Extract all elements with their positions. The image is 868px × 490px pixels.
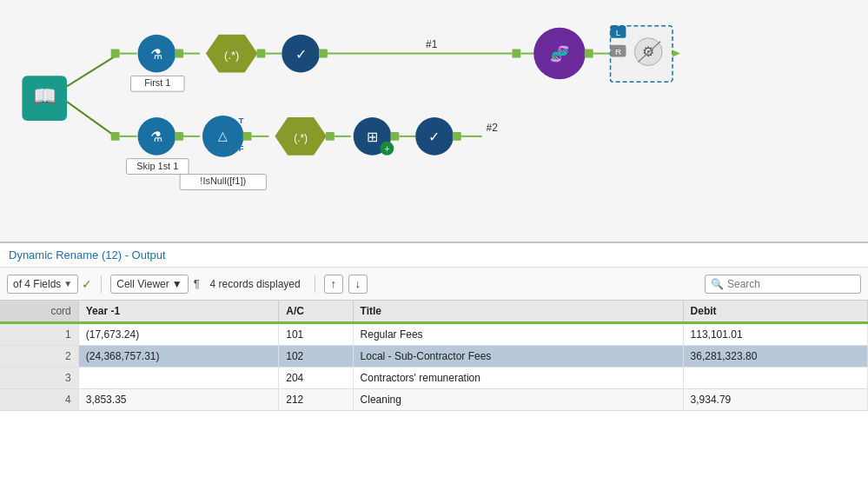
table-row[interactable]: 1(17,673.24)101Regular Fees113,101.01 (0, 323, 868, 346)
data-table: cord Year -1 A/C Title Debit 1(17,673.24… (0, 301, 868, 490)
fields-button[interactable]: of 4 Fields ▼ (7, 275, 78, 294)
col-header-title: Title (353, 301, 683, 323)
separator-1 (101, 275, 102, 293)
svg-text:+: + (384, 143, 389, 154)
scroll-up-button[interactable]: ↑ (324, 275, 343, 294)
svg-text:#1: #1 (426, 38, 438, 50)
search-input[interactable] (727, 278, 849, 290)
svg-line-1 (67, 56, 116, 87)
svg-text:#2: #2 (487, 122, 499, 134)
svg-rect-49 (390, 132, 399, 141)
cell-viewer-label: Cell Viewer (116, 278, 169, 290)
svg-text:⚗: ⚗ (150, 129, 162, 144)
cell-year: (24,368,757.31) (78, 346, 278, 368)
svg-rect-15 (512, 50, 520, 58)
cell-title: Contractors' remuneration (353, 368, 683, 389)
cell-year: (17,673.24) (78, 323, 278, 346)
cell-ac: 101 (279, 323, 353, 346)
paragraph-icon: ¶ (194, 277, 200, 290)
svg-line-28 (67, 102, 116, 136)
table-header-row: cord Year -1 A/C Title Debit (0, 301, 868, 323)
cell-year: 3,853.35 (78, 389, 278, 411)
search-box: 🔍 (705, 275, 861, 294)
records-info: 4 records displayed (205, 278, 306, 290)
svg-text:(.*): (.*) (294, 132, 308, 144)
results-table: cord Year -1 A/C Title Debit 1(17,673.24… (0, 301, 868, 411)
col-header-debit: Debit (683, 301, 867, 323)
cell-ac: 212 (279, 389, 353, 411)
fields-label: of 4 Fields (13, 278, 61, 290)
svg-text:🧬: 🧬 (550, 44, 570, 63)
fields-group: of 4 Fields ▼ ✓ (7, 275, 92, 294)
svg-rect-18 (585, 50, 593, 58)
svg-marker-27 (673, 50, 680, 57)
svg-rect-41 (243, 132, 252, 141)
cell-viewer-chevron-icon: ▼ (172, 278, 182, 290)
scroll-down-button[interactable]: ↓ (348, 275, 368, 294)
svg-text:✓: ✓ (428, 129, 440, 144)
cell-viewer-button[interactable]: Cell Viewer ▼ (110, 275, 188, 294)
svg-rect-12 (319, 50, 328, 58)
search-icon: 🔍 (711, 278, 724, 290)
svg-text:(.*): (.*) (224, 49, 239, 62)
cell-record: 4 (0, 389, 78, 411)
output-label: Dynamic Rename (12) - Output (0, 243, 868, 268)
cell-viewer-group: Cell Viewer ▼ (110, 275, 188, 294)
svg-rect-44 (326, 132, 335, 141)
cell-record: 1 (0, 323, 78, 346)
bottom-panel: Dynamic Rename (12) - Output of 4 Fields… (0, 243, 868, 490)
svg-rect-2 (111, 50, 120, 58)
cell-debit: 113,101.01 (683, 323, 867, 346)
separator-2 (315, 275, 315, 293)
svg-text:L: L (616, 28, 621, 37)
cell-ac: 102 (279, 346, 353, 368)
table-row[interactable]: 43,853.35212Cleaning3,934.79 (0, 389, 868, 411)
svg-rect-9 (256, 50, 265, 58)
cell-record: 2 (0, 346, 78, 368)
col-header-year: Year -1 (78, 301, 278, 323)
svg-rect-29 (111, 132, 120, 141)
cell-title: Regular Fees (353, 323, 683, 346)
workflow-canvas: 📖 ⚗ First 1 (.*) ✓ #1 (0, 0, 868, 243)
cell-title: Local - Sub-Contractor Fees (353, 346, 683, 368)
svg-text:!IsNull([f1]): !IsNull([f1]) (200, 175, 246, 186)
table-body: 1(17,673.24)101Regular Fees113,101.012(2… (0, 323, 868, 411)
col-header-record: cord (0, 301, 78, 323)
cell-year (78, 368, 278, 389)
svg-text:⚗: ⚗ (150, 47, 162, 62)
svg-text:⊞: ⊞ (367, 129, 378, 144)
chevron-down-icon: ▼ (63, 279, 72, 288)
svg-text:📖: 📖 (33, 84, 57, 108)
cell-title: Cleaning (353, 389, 683, 411)
cell-ac: 204 (279, 368, 353, 389)
table-row[interactable]: 3204Contractors' remuneration (0, 368, 868, 389)
check-icon[interactable]: ✓ (82, 277, 92, 291)
cell-record: 3 (0, 368, 78, 389)
svg-rect-52 (453, 132, 461, 141)
table-row[interactable]: 2(24,368,757.31)102Local - Sub-Contracto… (0, 346, 868, 368)
svg-text:F: F (239, 143, 244, 153)
svg-text:T: T (239, 116, 244, 125)
toolbar: of 4 Fields ▼ ✓ Cell Viewer ▼ ¶ 4 record… (0, 268, 868, 301)
filter1-label: First 1 (144, 77, 170, 88)
down-arrow-icon: ↓ (354, 277, 361, 290)
up-arrow-icon: ↑ (330, 277, 336, 290)
output-label-text: Dynamic Rename (12) - Output (9, 248, 166, 262)
svg-rect-6 (175, 50, 183, 58)
svg-text:△: △ (218, 129, 228, 142)
col-header-ac: A/C (279, 301, 353, 323)
svg-text:Skip 1st 1: Skip 1st 1 (136, 161, 178, 171)
svg-text:✓: ✓ (295, 47, 307, 62)
svg-text:R: R (615, 47, 621, 56)
cell-debit (683, 368, 867, 389)
cell-debit: 36,281,323.80 (683, 346, 867, 368)
cell-debit: 3,934.79 (683, 389, 867, 411)
svg-rect-34 (175, 132, 183, 141)
